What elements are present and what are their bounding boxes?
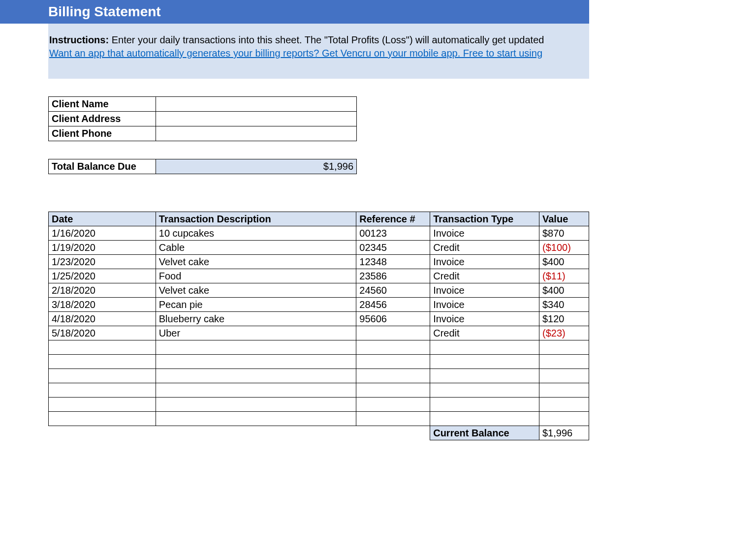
table-row[interactable] xyxy=(49,398,589,412)
total-balance-value: $1,996 xyxy=(156,159,357,174)
client-info-table: Client Name Client Address Client Phone xyxy=(48,96,357,141)
reference-cell[interactable]: 00123 xyxy=(356,226,430,241)
client-phone-label: Client Phone xyxy=(49,126,156,141)
date-cell[interactable]: 2/18/2020 xyxy=(49,283,156,298)
client-address-input[interactable] xyxy=(156,112,357,126)
reference-cell[interactable]: 23586 xyxy=(356,269,430,283)
reference-cell[interactable]: 24560 xyxy=(356,283,430,298)
date-cell[interactable] xyxy=(49,412,156,426)
date-cell[interactable]: 5/18/2020 xyxy=(49,326,156,340)
type-cell[interactable]: Credit xyxy=(430,326,539,340)
reference-cell[interactable] xyxy=(356,412,430,426)
description-cell[interactable] xyxy=(156,383,356,398)
reference-cell[interactable] xyxy=(356,369,430,383)
description-cell[interactable]: Uber xyxy=(156,326,356,340)
description-cell[interactable]: Blueberry cake xyxy=(156,312,356,326)
value-cell[interactable] xyxy=(539,355,589,369)
reference-cell[interactable]: 95606 xyxy=(356,312,430,326)
value-cell[interactable]: ($23) xyxy=(539,326,589,340)
value-cell[interactable]: $340 xyxy=(539,298,589,312)
reference-cell[interactable]: 12348 xyxy=(356,255,430,269)
description-cell[interactable]: Food xyxy=(156,269,356,283)
table-row[interactable] xyxy=(49,412,589,426)
reference-cell[interactable] xyxy=(356,340,430,355)
description-cell[interactable]: Velvet cake xyxy=(156,255,356,269)
description-cell[interactable] xyxy=(156,340,356,355)
date-cell[interactable] xyxy=(49,398,156,412)
date-cell[interactable] xyxy=(49,355,156,369)
value-cell[interactable] xyxy=(539,369,589,383)
reference-cell[interactable] xyxy=(356,355,430,369)
instructions-box: Instructions: Enter your daily transacti… xyxy=(48,24,589,79)
value-cell[interactable]: $870 xyxy=(539,226,589,241)
client-phone-input[interactable] xyxy=(156,126,357,141)
description-cell[interactable] xyxy=(156,412,356,426)
table-row[interactable]: 1/16/202010 cupcakes00123Invoice$870 xyxy=(49,226,589,241)
date-cell[interactable] xyxy=(49,369,156,383)
table-row[interactable]: 1/25/2020Food23586Credit($11) xyxy=(49,269,589,283)
reference-cell[interactable] xyxy=(356,326,430,340)
table-row[interactable] xyxy=(49,355,589,369)
type-cell[interactable]: Invoice xyxy=(430,312,539,326)
table-row[interactable]: 4/18/2020Blueberry cake95606Invoice$120 xyxy=(49,312,589,326)
type-cell[interactable] xyxy=(430,355,539,369)
date-cell[interactable]: 3/18/2020 xyxy=(49,298,156,312)
value-cell[interactable] xyxy=(539,383,589,398)
description-cell[interactable]: 10 cupcakes xyxy=(156,226,356,241)
header-description: Transaction Description xyxy=(156,212,356,226)
date-cell[interactable]: 1/23/2020 xyxy=(49,255,156,269)
date-cell[interactable]: 1/25/2020 xyxy=(49,269,156,283)
type-cell[interactable]: Credit xyxy=(430,241,539,255)
table-row[interactable]: 1/19/2020Cable02345Credit($100) xyxy=(49,241,589,255)
type-cell[interactable] xyxy=(430,340,539,355)
type-cell[interactable]: Invoice xyxy=(430,298,539,312)
table-row[interactable] xyxy=(49,383,589,398)
client-name-input[interactable] xyxy=(156,97,357,112)
table-row[interactable]: 1/23/2020Velvet cake12348Invoice$400 xyxy=(49,255,589,269)
reference-cell[interactable]: 02345 xyxy=(356,241,430,255)
description-cell[interactable] xyxy=(156,369,356,383)
description-cell[interactable]: Cable xyxy=(156,241,356,255)
type-cell[interactable]: Invoice xyxy=(430,255,539,269)
table-row[interactable] xyxy=(49,369,589,383)
date-cell[interactable] xyxy=(49,383,156,398)
current-balance-label: Current Balance xyxy=(430,426,539,440)
value-cell[interactable]: $400 xyxy=(539,255,589,269)
value-cell[interactable] xyxy=(539,412,589,426)
value-cell[interactable] xyxy=(539,398,589,412)
type-cell[interactable] xyxy=(430,412,539,426)
table-row[interactable]: 3/18/2020Pecan pie28456Invoice$340 xyxy=(49,298,589,312)
reference-cell[interactable] xyxy=(356,383,430,398)
total-balance-table: Total Balance Due $1,996 xyxy=(48,159,357,174)
description-cell[interactable] xyxy=(156,398,356,412)
value-cell[interactable]: $400 xyxy=(539,283,589,298)
page-title: Billing Statement xyxy=(0,0,589,24)
description-cell[interactable]: Pecan pie xyxy=(156,298,356,312)
date-cell[interactable]: 4/18/2020 xyxy=(49,312,156,326)
header-value: Value xyxy=(539,212,589,226)
type-cell[interactable] xyxy=(430,369,539,383)
client-name-label: Client Name xyxy=(49,97,156,112)
date-cell[interactable]: 1/19/2020 xyxy=(49,241,156,255)
reference-cell[interactable] xyxy=(356,398,430,412)
type-cell[interactable] xyxy=(430,398,539,412)
value-cell[interactable] xyxy=(539,340,589,355)
vencru-link[interactable]: Want an app that automatically generates… xyxy=(49,48,542,59)
date-cell[interactable] xyxy=(49,340,156,355)
value-cell[interactable]: $120 xyxy=(539,312,589,326)
value-cell[interactable]: ($11) xyxy=(539,269,589,283)
total-balance-label: Total Balance Due xyxy=(49,159,156,174)
type-cell[interactable]: Credit xyxy=(430,269,539,283)
type-cell[interactable]: Invoice xyxy=(430,226,539,241)
table-row[interactable]: 5/18/2020UberCredit($23) xyxy=(49,326,589,340)
reference-cell[interactable]: 28456 xyxy=(356,298,430,312)
description-cell[interactable]: Velvet cake xyxy=(156,283,356,298)
type-cell[interactable]: Invoice xyxy=(430,283,539,298)
description-cell[interactable] xyxy=(156,355,356,369)
header-date: Date xyxy=(49,212,156,226)
type-cell[interactable] xyxy=(430,383,539,398)
date-cell[interactable]: 1/16/2020 xyxy=(49,226,156,241)
table-row[interactable]: 2/18/2020Velvet cake24560Invoice$400 xyxy=(49,283,589,298)
value-cell[interactable]: ($100) xyxy=(539,241,589,255)
table-row[interactable] xyxy=(49,340,589,355)
